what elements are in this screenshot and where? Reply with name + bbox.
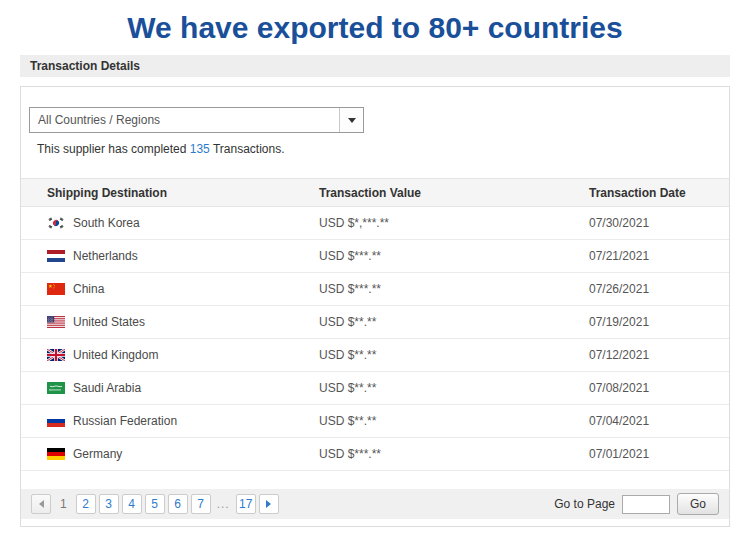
table-row: Saudi Arabia USD $**.** 07/08/2021 [21, 372, 729, 405]
flag-germany-icon [47, 448, 65, 460]
page-button-17[interactable]: 17 [236, 494, 256, 514]
section-header-transaction-details: Transaction Details [20, 55, 730, 77]
transaction-date: 07/30/2021 [589, 207, 729, 240]
table-row: United Kingdom USD $**.** 07/12/2021 [21, 339, 729, 372]
table-row: Netherlands USD $***.** 07/21/2021 [21, 240, 729, 273]
table-row: Germany USD $***.** 07/01/2021 [21, 438, 729, 471]
go-button[interactable]: Go [677, 493, 719, 515]
arrow-right-icon [266, 500, 271, 508]
table-row: Russian Federation USD $**.** 07/04/2021 [21, 405, 729, 438]
page-button-3[interactable]: 3 [99, 494, 119, 514]
flag-russia-icon [47, 415, 65, 427]
summary-prefix: This supplier has completed [37, 142, 190, 156]
pagination-pages: 1 2 3 4 5 6 7 ... 17 [31, 494, 282, 514]
transaction-count-link[interactable]: 135 [190, 142, 210, 156]
transaction-value: USD $***.** [319, 273, 589, 306]
transaction-value: USD $**.** [319, 405, 589, 438]
country-name: South Korea [73, 216, 140, 230]
country-name: United Kingdom [73, 348, 158, 362]
country-filter-dropdown[interactable]: All Countries / Regions [29, 107, 364, 133]
goto-page-label: Go to Page [554, 497, 615, 511]
country-name: Russian Federation [73, 414, 177, 428]
page-button-6[interactable]: 6 [168, 494, 188, 514]
transaction-date: 07/08/2021 [589, 372, 729, 405]
transaction-date: 07/12/2021 [589, 339, 729, 372]
flag-china-icon [47, 283, 65, 295]
page-button-7[interactable]: 7 [191, 494, 211, 514]
transaction-value: USD $***.** [319, 438, 589, 471]
flag-netherlands-icon [47, 250, 65, 262]
transaction-panel: All Countries / Regions This supplier ha… [20, 86, 730, 527]
country-name: Netherlands [73, 249, 138, 263]
transaction-date: 07/04/2021 [589, 405, 729, 438]
flag-united-states-icon [47, 316, 65, 328]
country-name: China [73, 282, 104, 296]
flag-united-kingdom-icon [47, 349, 65, 361]
transaction-date: 07/26/2021 [589, 273, 729, 306]
previous-page-button[interactable] [31, 494, 51, 514]
table-row: South Korea USD $*,***.** 07/30/2021 [21, 207, 729, 240]
pagination-ellipsis: ... [217, 497, 230, 511]
transaction-value: USD $**.** [319, 339, 589, 372]
transaction-date: 07/01/2021 [589, 438, 729, 471]
column-header-transaction-date: Transaction Date [589, 179, 729, 207]
country-filter-value: All Countries / Regions [30, 113, 160, 127]
page-button-2[interactable]: 2 [76, 494, 96, 514]
transactions-table: Shipping Destination Transaction Value T… [21, 178, 729, 471]
page-title: We have exported to 80+ countries [0, 8, 750, 48]
transaction-date: 07/21/2021 [589, 240, 729, 273]
column-header-transaction-value: Transaction Value [319, 179, 589, 207]
transaction-value: USD $**.** [319, 306, 589, 339]
next-page-button[interactable] [259, 494, 279, 514]
transaction-value: USD $*,***.** [319, 207, 589, 240]
country-name: Germany [73, 447, 122, 461]
flag-south-korea-icon [47, 217, 65, 229]
transaction-date: 07/19/2021 [589, 306, 729, 339]
page-button-5[interactable]: 5 [145, 494, 165, 514]
transaction-value: USD $***.** [319, 240, 589, 273]
country-name: Saudi Arabia [73, 381, 141, 395]
current-page: 1 [54, 497, 73, 511]
summary-suffix: Transactions. [210, 142, 285, 156]
goto-page-input[interactable] [622, 495, 670, 514]
country-name: United States [73, 315, 145, 329]
flag-saudi-arabia-icon [47, 382, 65, 394]
table-row: China USD $***.** 07/26/2021 [21, 273, 729, 306]
column-header-shipping-destination: Shipping Destination [21, 179, 319, 207]
table-row: United States USD $**.** 07/19/2021 [21, 306, 729, 339]
dropdown-open-button[interactable] [339, 108, 363, 132]
arrow-left-icon [39, 500, 44, 508]
page-button-4[interactable]: 4 [122, 494, 142, 514]
transaction-value: USD $**.** [319, 372, 589, 405]
goto-page-group: Go to Page Go [554, 493, 719, 515]
chevron-down-icon [348, 118, 356, 123]
table-header-row: Shipping Destination Transaction Value T… [21, 179, 729, 207]
transaction-summary: This supplier has completed 135 Transact… [29, 142, 721, 157]
pagination-bar: 1 2 3 4 5 6 7 ... 17 Go to Page Go [21, 489, 729, 519]
